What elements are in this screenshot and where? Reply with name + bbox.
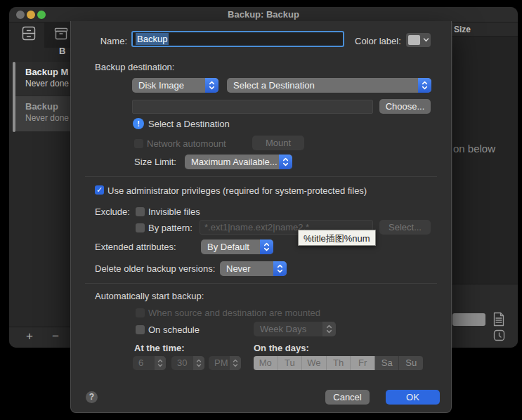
cancel-button[interactable]: Cancel	[325, 390, 370, 405]
destination-type-dropdown[interactable]: Disk Image	[132, 78, 218, 93]
window-title: Backup: Backup	[9, 9, 518, 20]
auto-start-section-label: Automatically start backup:	[95, 291, 204, 301]
footer-field-partial[interactable]	[452, 313, 485, 326]
updown-chevrons-icon	[279, 155, 292, 169]
remove-backup-button[interactable]: −	[48, 329, 63, 343]
pattern-select-button[interactable]: Select...	[379, 220, 431, 235]
by-pattern-checkbox[interactable]	[136, 223, 145, 232]
day-segment-tu[interactable]: Tu	[278, 356, 303, 370]
on-the-days-label: On the days:	[254, 343, 309, 353]
updown-chevrons-icon	[230, 356, 241, 370]
warning-info-icon: !	[133, 118, 144, 129]
admin-privileges-checkbox[interactable]: ✓	[95, 185, 104, 195]
minute-value: 30	[177, 357, 187, 368]
backup-settings-dialog: Name: Backup Color label: Backup destina…	[70, 21, 452, 413]
list-footer-bar	[9, 327, 72, 348]
extended-attributes-value: By Default	[207, 242, 249, 252]
hour-stepper[interactable]: 6	[133, 356, 166, 370]
network-automount-label: Network automount	[147, 138, 226, 149]
list-header-truncated: B	[59, 46, 65, 56]
admin-privileges-label: Use administrator privileges (required f…	[107, 185, 367, 196]
updown-chevrons-icon	[260, 239, 273, 254]
clock-icon[interactable]	[492, 329, 506, 344]
backups-drawer-icon[interactable]	[21, 25, 37, 44]
color-label: Color label:	[355, 36, 401, 46]
day-segment-th[interactable]: Th	[327, 356, 351, 370]
backup-table-area	[452, 37, 518, 284]
updown-chevrons-icon	[193, 356, 204, 370]
updown-chevrons-icon	[273, 261, 287, 276]
updown-chevrons-icon	[205, 78, 218, 93]
exclude-label: Exclude:	[95, 206, 130, 217]
size-limit-value: Maximum Available...	[191, 157, 278, 167]
updown-chevrons-icon	[155, 356, 166, 370]
extended-attributes-label: Extended attributes:	[95, 242, 176, 252]
help-button[interactable]: ?	[86, 391, 98, 403]
destination-path-field[interactable]	[132, 100, 373, 114]
name-input-selected-text: Backup	[136, 33, 169, 45]
empty-state-text-partial: on below	[453, 143, 495, 155]
on-schedule-label: On schedule	[148, 324, 200, 335]
updown-chevrons-icon	[322, 322, 336, 336]
size-limit-label: Size Limit:	[134, 157, 176, 167]
when-mounted-checkbox[interactable]	[136, 308, 145, 317]
day-segment-mo[interactable]: Mo	[254, 356, 278, 370]
when-mounted-label: When source and destination are mounted	[148, 308, 320, 318]
section-divider	[85, 283, 437, 284]
extended-attributes-dropdown[interactable]: By Default	[201, 239, 273, 254]
ampm-value: PM	[214, 357, 228, 368]
minute-stepper[interactable]: 30	[171, 356, 204, 370]
destination-target-value: Select a Destination	[233, 80, 315, 91]
invisible-files-label: Invisible files	[148, 206, 200, 217]
destination-section-label: Backup destination:	[95, 62, 174, 72]
frequency-dropdown[interactable]: Week Days	[254, 322, 336, 336]
on-schedule-checkbox[interactable]	[136, 325, 145, 334]
ampm-stepper[interactable]: PM	[209, 356, 241, 370]
hour-value: 6	[138, 357, 143, 368]
log-document-icon[interactable]	[492, 311, 505, 329]
days-segmented-control: Mo Tu We Th Fr Sa Su	[254, 356, 423, 370]
color-label-dropdown[interactable]	[406, 33, 431, 47]
chevron-down-icon	[423, 37, 429, 43]
size-column-header[interactable]: Size	[454, 25, 471, 34]
day-segment-su[interactable]: Su	[399, 356, 423, 370]
color-swatch	[408, 35, 420, 45]
network-automount-checkbox[interactable]	[134, 139, 143, 148]
invisible-files-checkbox[interactable]	[136, 207, 145, 216]
section-divider	[85, 176, 437, 177]
destination-target-dropdown[interactable]: Select a Destination	[227, 78, 431, 93]
title-bar: Backup: Backup	[9, 7, 518, 22]
day-segment-we[interactable]: We	[302, 356, 327, 370]
backup-name-input[interactable]: Backup	[131, 31, 344, 47]
size-limit-dropdown[interactable]: Maximum Available...	[185, 155, 292, 169]
tooltip: %title插图%num	[298, 230, 376, 246]
ok-button[interactable]: OK	[386, 390, 440, 405]
delete-versions-value: Never	[226, 263, 251, 274]
by-pattern-label: By pattern:	[148, 223, 193, 233]
day-segment-fr[interactable]: Fr	[351, 356, 375, 370]
name-label: Name:	[85, 36, 127, 46]
day-segment-sa[interactable]: Sa	[375, 356, 400, 370]
destination-warning-text: Select a Destination	[148, 119, 230, 129]
add-backup-button[interactable]: +	[22, 329, 37, 343]
mount-button[interactable]: Mount	[252, 136, 304, 150]
delete-versions-label: Delete older backup versions:	[95, 263, 215, 274]
at-the-time-label: At the time:	[134, 343, 185, 353]
archive-box-icon[interactable]	[53, 26, 69, 44]
choose-button[interactable]: Choose...	[379, 99, 431, 114]
delete-versions-dropdown[interactable]: Never	[220, 261, 287, 276]
updown-chevrons-icon	[418, 78, 431, 93]
frequency-value: Week Days	[260, 324, 306, 334]
destination-type-value: Disk Image	[138, 80, 184, 91]
